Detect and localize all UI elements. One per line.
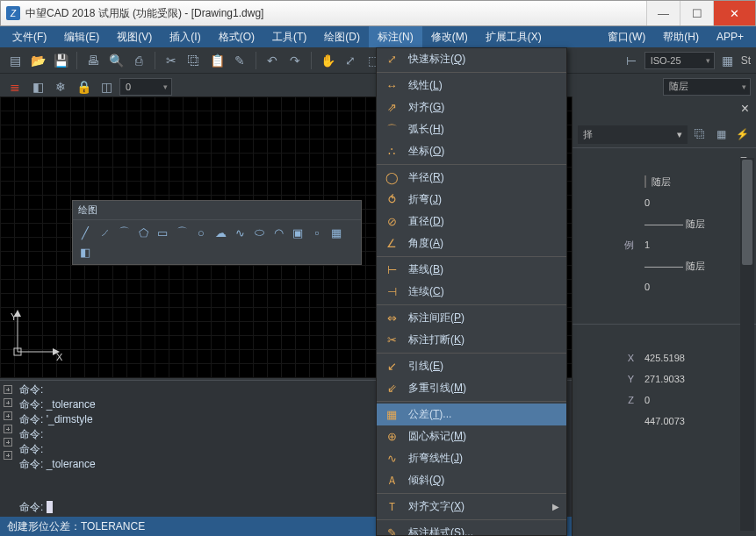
panel-close-icon[interactable]: × [741, 101, 749, 117]
linetype-combo[interactable]: 随层 [663, 78, 751, 96]
dim-update-icon[interactable]: ▦ [718, 51, 738, 70]
menu-item[interactable]: 视图(V) [108, 26, 161, 47]
zoom-icon[interactable]: ⤢ [341, 51, 360, 70]
layer-states-icon[interactable]: ◧ [28, 77, 47, 96]
redo-icon[interactable]: ↷ [285, 51, 305, 70]
maximize-button[interactable]: ☐ [680, 1, 713, 25]
menu-item[interactable]: ✂标注打断(K) [377, 329, 566, 351]
spline-icon[interactable]: ∿ [231, 224, 248, 241]
menu-item[interactable]: 修改(M) [422, 26, 477, 47]
layer-combo[interactable]: 0 [119, 78, 172, 96]
quickselect-icon[interactable]: ▦ [712, 126, 730, 142]
menu-item[interactable]: ∠角度(A) [377, 232, 566, 254]
select-add-icon[interactable]: ⿻ [691, 126, 709, 142]
pline-icon[interactable]: ⌒ [115, 224, 133, 241]
ellipsearc-icon[interactable]: ◠ [270, 224, 287, 241]
text-cursor [47, 501, 53, 513]
coord-row[interactable]: X425.5198 [572, 347, 756, 368]
hatch-icon[interactable]: ▦ [328, 224, 345, 241]
coord-row[interactable]: Z0 [572, 389, 756, 411]
menu-item[interactable]: 插入(I) [161, 26, 209, 47]
point-icon[interactable]: ▫ [308, 224, 326, 241]
copy-icon[interactable]: ⿻ [184, 51, 204, 70]
menu-item[interactable]: ∿折弯线性(J) [377, 447, 566, 469]
menu-item[interactable]: ↙引线(E) [377, 355, 566, 377]
block-icon[interactable]: ▣ [289, 224, 306, 241]
flash-icon[interactable]: ⚡ [733, 126, 751, 142]
menu-item-icon: ⇔ [384, 311, 400, 326]
undo-icon[interactable]: ↶ [263, 51, 282, 70]
menu-item[interactable]: 工具(T) [263, 26, 315, 47]
menu-item[interactable]: 窗口(W) [599, 26, 654, 47]
property-row[interactable]: ———— 随层 [572, 213, 756, 234]
xline-icon[interactable]: ⟋ [96, 224, 113, 241]
menu-item[interactable]: ⊘直径(D) [377, 211, 566, 232]
line-icon[interactable]: ╱ [76, 224, 94, 241]
menu-item[interactable]: ⤢快速标注(Q) [377, 48, 566, 70]
menu-item[interactable]: ⇔标注间距(P) [377, 307, 566, 329]
draw-toolbar[interactable]: 绘图 ╱ ⟋ ⌒ ⬠ ▭ ⌒ ○ ☁ ∿ ⬭ ◠ ▣ ▫ ▦ ◧ [72, 200, 362, 265]
menu-item[interactable]: 帮助(H) [654, 26, 708, 47]
match-icon[interactable]: ✎ [230, 51, 249, 70]
region-icon[interactable]: ◧ [76, 243, 94, 261]
menu-item[interactable]: APP+ [708, 26, 752, 47]
menu-item[interactable]: Ｔ对齐文字(X)▶ [377, 496, 566, 518]
menu-item[interactable]: Ａ倾斜(Q) [377, 469, 566, 491]
menu-item[interactable]: ⊕圆心标记(M) [377, 425, 566, 447]
menu-item-icon: ⤢ [384, 52, 400, 68]
close-button[interactable]: ✕ [713, 1, 755, 25]
menu-item[interactable]: 文件(F) [4, 26, 55, 47]
property-row[interactable]: ———— 随层 [572, 255, 756, 276]
new-icon[interactable]: ▤ [5, 51, 25, 70]
menu-item[interactable]: ⇗对齐(G) [377, 96, 566, 118]
menu-item[interactable]: ⌒弧长(H) [377, 118, 566, 140]
preview-icon[interactable]: 🔍 [106, 51, 126, 70]
menu-item[interactable]: ⊣连续(C) [377, 281, 566, 303]
pan-icon[interactable]: ✋ [318, 51, 337, 70]
ellipse-icon[interactable]: ⬭ [250, 224, 268, 241]
menu-item[interactable]: ▦公差(T)... [377, 404, 566, 425]
menu-item-icon: Ａ [384, 473, 400, 489]
menu-item[interactable]: 编辑(E) [55, 26, 108, 47]
publish-icon[interactable]: ⎙ [129, 51, 148, 70]
menu-item[interactable]: ✎标注样式(S)... [377, 522, 566, 536]
layer-manager-icon[interactable]: ≣ [5, 77, 25, 96]
revcloud-icon[interactable]: ☁ [212, 224, 229, 241]
panel-scrollbar[interactable] [740, 158, 754, 531]
coord-row[interactable]: 447.0073 [572, 411, 756, 432]
selection-combo[interactable]: 择▾ [578, 125, 688, 144]
dim-icon[interactable]: ⊢ [622, 51, 641, 70]
menu-item[interactable]: ⥀折弯(J) [377, 189, 566, 211]
property-row[interactable]: 0 [572, 276, 756, 297]
property-row[interactable]: 0 [572, 192, 756, 213]
section-geom[interactable]: ▼ [572, 325, 756, 347]
circle-icon[interactable]: ○ [192, 224, 210, 241]
minimize-button[interactable]: — [646, 1, 680, 25]
property-row[interactable]: 例1 [572, 234, 756, 255]
section-general[interactable]: ▼ [572, 148, 756, 171]
menu-item[interactable]: 绘图(D) [315, 26, 369, 47]
cut-icon[interactable]: ✂ [162, 51, 181, 70]
arc-icon[interactable]: ⌒ [173, 224, 191, 241]
save-icon[interactable]: 💾 [51, 51, 70, 70]
menu-item[interactable]: 标注(N) [369, 26, 422, 47]
layer-freeze-icon[interactable]: ❄ [51, 77, 70, 96]
property-row[interactable]: 随层 [572, 171, 756, 192]
open-icon[interactable]: 📂 [28, 51, 47, 70]
polygon-icon[interactable]: ⬠ [134, 224, 152, 241]
menu-item[interactable]: ∴坐标(O) [377, 140, 566, 162]
menu-item[interactable]: ◯半径(R) [377, 167, 566, 189]
menu-item[interactable]: ⊢基线(B) [377, 259, 566, 281]
paste-icon[interactable]: 📋 [207, 51, 227, 70]
draw-toolbar-title[interactable]: 绘图 [73, 201, 361, 220]
print-icon[interactable]: 🖶 [83, 51, 103, 70]
menu-item[interactable]: ↔线性(L) [377, 75, 566, 96]
coord-row[interactable]: Y271.9033 [572, 368, 756, 389]
layer-lock-icon[interactable]: 🔒 [74, 77, 93, 96]
menu-item[interactable]: ⇙多重引线(M) [377, 377, 566, 399]
dimstyle-combo[interactable]: ISO-25 [644, 52, 715, 69]
layer-color-icon[interactable]: ◫ [97, 77, 116, 96]
menu-item[interactable]: 格式(O) [210, 26, 263, 47]
menu-item[interactable]: 扩展工具(X) [477, 26, 551, 47]
rect-icon[interactable]: ▭ [154, 224, 171, 241]
